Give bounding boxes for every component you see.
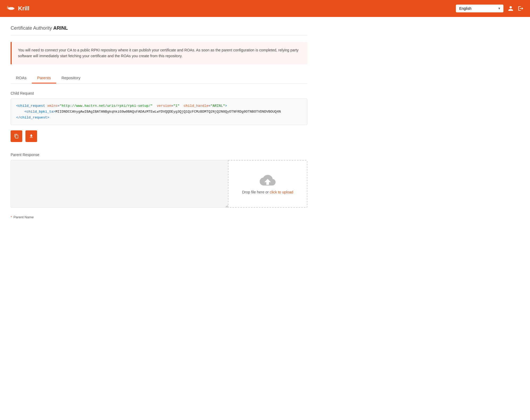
language-selector[interactable]: English Deutsch Nederlands Português Esp…: [456, 5, 504, 12]
language-dropdown[interactable]: English Deutsch Nederlands Português Esp…: [456, 5, 504, 12]
app-header: Krill English Deutsch Nederlands Portugu…: [0, 0, 530, 17]
action-buttons: [11, 130, 307, 142]
parent-response-textarea[interactable]: [11, 160, 228, 208]
parent-response-label: Parent Response: [11, 153, 307, 157]
download-button[interactable]: [25, 130, 37, 142]
user-icon-button[interactable]: [508, 6, 514, 11]
child-request-code: <child_request xmlns="http://www.hactrn.…: [11, 99, 307, 125]
upload-cloud-icon: [260, 174, 276, 187]
tab-repository[interactable]: Repository: [56, 73, 86, 83]
breadcrumb-prefix: Certificate Authority: [11, 25, 52, 31]
child-request-label: Child Request: [11, 91, 307, 95]
main-content: Certificate Authority ARINL You will nee…: [0, 17, 318, 230]
logout-icon: [518, 6, 524, 11]
title-divider: [11, 35, 307, 36]
download-icon: [29, 134, 34, 139]
parent-name-label: Parent Name: [14, 215, 34, 219]
copy-icon: [14, 134, 19, 139]
required-star: *: [11, 215, 12, 219]
parent-response-area: Drop file here or click to upload: [11, 160, 307, 208]
header-controls: English Deutsch Nederlands Português Esp…: [456, 5, 524, 12]
copy-button[interactable]: [11, 130, 22, 142]
click-to-upload-link[interactable]: click to upload: [270, 190, 293, 194]
drop-text: Drop file here or: [242, 190, 269, 194]
krill-logo-icon: [6, 5, 16, 12]
alert-message: You will need to connect your CA to a pu…: [18, 48, 299, 58]
tab-parents[interactable]: Parents: [32, 73, 56, 83]
logo-text: Krill: [18, 5, 29, 12]
logout-icon-button[interactable]: [518, 6, 524, 11]
alert-box: You will need to connect your CA to a pu…: [11, 42, 307, 64]
breadcrumb-ca-name: ARINL: [53, 25, 68, 31]
tabs-nav: ROAs Parents Repository: [11, 73, 307, 84]
user-icon: [508, 6, 514, 11]
upload-zone[interactable]: Drop file here or click to upload: [228, 160, 307, 208]
parent-name-field-label: * Parent Name: [11, 215, 307, 219]
logo: Krill: [6, 5, 29, 12]
page-title: Certificate Authority ARINL: [11, 25, 307, 31]
upload-text: Drop file here or click to upload: [242, 190, 293, 194]
tab-roas[interactable]: ROAs: [11, 73, 32, 83]
